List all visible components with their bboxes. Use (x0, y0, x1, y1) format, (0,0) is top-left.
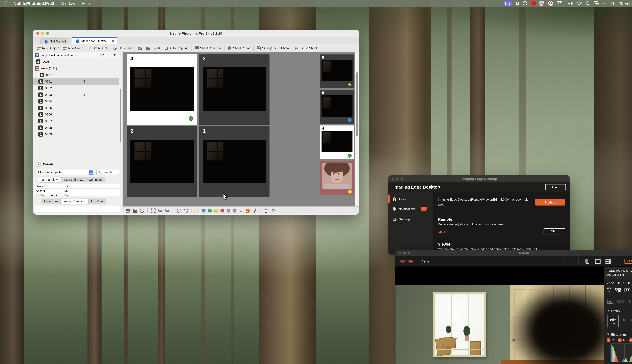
apple-menu-icon[interactable] (4, 1, 9, 6)
search-field[interactable] (96, 170, 120, 175)
photo-thumbnail[interactable] (322, 60, 352, 81)
s-label-button[interactable]: S (246, 209, 250, 213)
tab-main-shoot[interactable]: Main shoot: test222 ✕ (72, 37, 117, 44)
rotate-ccw-icon[interactable] (561, 259, 565, 264)
column-sfp[interactable]: SFP (110, 54, 119, 56)
screen-mirroring-icon[interactable] (504, 1, 512, 6)
fine-setting[interactable]: FINE (618, 282, 624, 284)
shoot-comment-button[interactable]: Shoot Comment (193, 46, 224, 50)
white-balance-setting[interactable]: WB (607, 287, 612, 293)
finish-shoot-button[interactable]: Finish Shoot (293, 46, 319, 50)
green-label-button[interactable] (208, 209, 212, 212)
dynamic-range-setting[interactable]: D-R OFF (615, 288, 621, 293)
yellow-label-button[interactable] (214, 209, 218, 212)
gray-label-button[interactable] (233, 209, 236, 212)
tab-extended-view[interactable]: Extended View (60, 177, 86, 182)
focus-section-header[interactable]: ∨ Focus (607, 309, 632, 313)
tab-get-started[interactable]: Get Started (40, 38, 70, 44)
lightbulb-icon[interactable] (252, 208, 256, 213)
update-button[interactable]: Update (535, 199, 565, 206)
list-item[interactable]: 0006 (33, 111, 119, 118)
list-item[interactable]: 0005 (33, 58, 119, 65)
sibling-friend-photo-button[interactable]: Sibling/Friend Photo (255, 46, 291, 50)
focus-area-icon[interactable] (624, 288, 630, 292)
zoom-out-icon[interactable] (165, 208, 170, 213)
tab-exif-view[interactable]: Exif View (88, 198, 106, 204)
photo-thumbnail[interactable] (322, 95, 352, 117)
shoot-report-button[interactable]: Shoot Report (226, 46, 252, 50)
start-button[interactable]: Start (544, 228, 565, 234)
fullscreen-icon[interactable] (151, 208, 156, 213)
spotlight-icon[interactable] (586, 1, 590, 6)
new-group-button[interactable]: New Group (61, 46, 85, 50)
control-center-icon[interactable] (594, 1, 599, 6)
list-item[interactable]: 0021 (33, 72, 119, 78)
iedt-app-icon[interactable]: IEDT (540, 1, 544, 6)
size-setting[interactable]: M (628, 282, 630, 284)
histogram-section-header[interactable]: ∨ Histogram (607, 332, 632, 336)
filmstrip-card-portrait[interactable] (320, 161, 354, 195)
photo-cell-2[interactable]: 2 (127, 126, 197, 197)
menu-window[interactable]: Window (60, 1, 75, 6)
list-item[interactable]: 0007 (33, 118, 119, 124)
rotate-cw-icon[interactable] (568, 259, 572, 264)
active-app-menu[interactable]: NetlifePhotolinkPro3 (14, 1, 54, 6)
checkbox-g[interactable]: ✓ (629, 338, 632, 342)
sidebar-item-home[interactable]: Home (388, 194, 432, 204)
focus-far-fast-icon[interactable]: ≪ (629, 317, 632, 322)
grey-card-button[interactable]: Grey card (111, 46, 134, 50)
set-absent-button[interactable]: Set Absent (85, 46, 109, 50)
wifi-icon[interactable] (577, 1, 582, 6)
tab-image-comment[interactable]: Image Comment (60, 198, 88, 204)
auto-cropping-button[interactable]: Auto Cropping (162, 46, 190, 50)
photo-cell-4[interactable]: 4 (127, 54, 197, 124)
image-icon[interactable] (126, 208, 130, 213)
list-item[interactable]: 0009 (33, 131, 119, 138)
export-button[interactable]: Export (144, 46, 162, 50)
cloud-sync-icon[interactable] (270, 208, 275, 213)
star-rating-button[interactable]: ★ (195, 209, 199, 213)
collapse-button[interactable] (36, 162, 41, 167)
face-priority-icon[interactable] (622, 318, 626, 322)
layout-split-icon[interactable]: ▾ (595, 259, 602, 264)
af-mf-toggle[interactable]: AF ↔ MF (607, 315, 619, 327)
new-subject-button[interactable]: New Subject (35, 46, 61, 50)
violet-label-button[interactable] (226, 209, 230, 212)
subject-filter-dropdown[interactable]: All active subjects (35, 170, 94, 175)
sign-in-button[interactable]: Sign In (545, 184, 566, 190)
list-item[interactable]: 0008 (33, 124, 119, 131)
list-scrollbar[interactable] (120, 89, 121, 142)
photo-thumbnail[interactable] (130, 67, 194, 110)
photo-cell-1[interactable]: 1 (199, 126, 270, 197)
view-button[interactable]: VIEW (624, 259, 632, 264)
checkbox-r[interactable]: ✓ (618, 338, 622, 342)
layout-single-icon[interactable]: ▾ (585, 259, 592, 264)
titlebar[interactable]: Netlife Photolink Pro 3 - v3.2.10 (33, 30, 359, 37)
list-item[interactable]: 0004 (33, 98, 119, 104)
list-item[interactable]: 0002 5 (33, 84, 119, 91)
import-button[interactable] (136, 46, 144, 50)
metering-icon[interactable] (607, 300, 613, 304)
titlebar[interactable]: Remote (396, 250, 632, 256)
jpeg-setting[interactable]: JPEG (607, 282, 614, 284)
rotate-left-icon[interactable] (177, 208, 181, 213)
photo-thumbnail[interactable] (202, 67, 266, 110)
tab-viewer[interactable]: Viewer (420, 259, 430, 263)
filmstrip-card-5[interactable]: 5 (320, 90, 354, 124)
tab-histogram[interactable]: Histogram (41, 198, 61, 204)
blue-label-button[interactable] (202, 209, 206, 212)
filmstrip-scrollbar-track[interactable] (355, 52, 359, 206)
list-item[interactable]: 0005 (33, 104, 119, 111)
column-p[interactable]: P (102, 54, 108, 56)
menu-clock[interactable]: Thu 26 Feb 15:31 (610, 1, 632, 6)
tab-comment[interactable]: Comment (86, 177, 105, 182)
refresh-icon[interactable] (140, 208, 144, 213)
subject-list-header[interactable]: Subject last name, first name P SFP (33, 52, 122, 58)
titlebar[interactable]: Imaging Edge Desktop (388, 176, 570, 182)
red-label-button[interactable] (220, 209, 224, 212)
filmstrip-card-4[interactable]: 4 (320, 126, 354, 160)
list-item-group[interactable]: main (0/21) (33, 65, 119, 72)
creative-cloud-icon[interactable] (523, 1, 527, 6)
list-item-selected[interactable]: ★ 0001 6 (33, 78, 119, 84)
tab-close-icon[interactable]: ✕ (112, 40, 114, 43)
